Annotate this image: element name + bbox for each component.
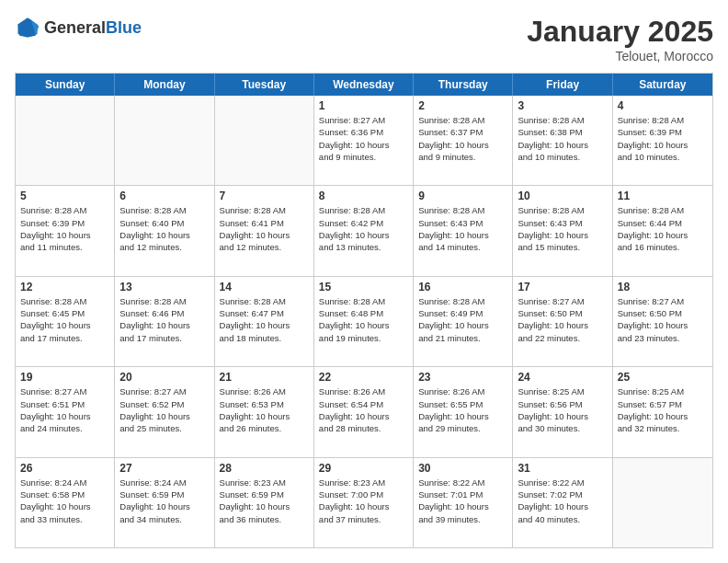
sunset: Sunset: 6:46 PM (119, 307, 209, 319)
daylight-minutes: and 10 minutes. (518, 151, 607, 163)
calendar-cell: 19Sunrise: 8:27 AMSunset: 6:51 PMDayligh… (16, 367, 115, 456)
sunset: Sunset: 6:36 PM (319, 126, 408, 138)
sunrise: Sunrise: 8:27 AM (20, 385, 109, 397)
sunrise: Sunrise: 8:28 AM (20, 295, 109, 307)
calendar-cell: 29Sunrise: 8:23 AMSunset: 7:00 PMDayligh… (314, 458, 414, 547)
daylight-minutes: and 32 minutes. (618, 422, 708, 434)
calendar-cell: 8Sunrise: 8:28 AMSunset: 6:42 PMDaylight… (314, 186, 414, 275)
calendar-cell: 7Sunrise: 8:28 AMSunset: 6:41 PMDaylight… (215, 186, 314, 275)
daylight-minutes: and 9 minutes. (319, 151, 408, 163)
daylight-hours: Daylight: 10 hours (119, 319, 209, 331)
day-number: 1 (319, 99, 408, 112)
daylight-hours: Daylight: 10 hours (220, 500, 309, 512)
calendar-cell: 1Sunrise: 8:27 AMSunset: 6:36 PMDaylight… (314, 96, 414, 185)
day-number: 28 (220, 462, 309, 475)
sunrise: Sunrise: 8:23 AM (220, 477, 309, 488)
day-number: 21 (220, 371, 309, 384)
sunset: Sunset: 6:43 PM (418, 217, 507, 229)
sunset: Sunset: 6:43 PM (518, 217, 607, 229)
sunrise: Sunrise: 8:28 AM (319, 295, 408, 307)
calendar-cell: 2Sunrise: 8:28 AMSunset: 6:37 PMDaylight… (414, 96, 513, 185)
logo: GeneralBlue (15, 15, 142, 40)
sunrise: Sunrise: 8:28 AM (119, 295, 209, 307)
daylight-minutes: and 33 minutes. (20, 513, 109, 525)
sunrise: Sunrise: 8:23 AM (319, 477, 408, 488)
sunset: Sunset: 6:52 PM (119, 398, 209, 410)
calendar-cell: 16Sunrise: 8:28 AMSunset: 6:49 PMDayligh… (414, 277, 513, 366)
sunset: Sunset: 6:39 PM (20, 217, 109, 229)
daylight-hours: Daylight: 10 hours (20, 319, 109, 331)
daylight-minutes: and 28 minutes. (319, 422, 408, 434)
calendar-cell (16, 96, 115, 185)
header-day-wednesday: Wednesday (314, 74, 414, 96)
day-number: 4 (618, 99, 708, 112)
day-number: 9 (418, 190, 507, 202)
daylight-hours: Daylight: 10 hours (119, 229, 209, 241)
sunset: Sunset: 6:38 PM (518, 126, 607, 138)
logo-icon (15, 15, 40, 40)
sunrise: Sunrise: 8:26 AM (220, 385, 309, 397)
daylight-hours: Daylight: 10 hours (20, 500, 109, 512)
sunset: Sunset: 7:01 PM (418, 488, 507, 500)
day-number: 23 (418, 371, 507, 384)
calendar-cell: 17Sunrise: 8:27 AMSunset: 6:50 PMDayligh… (513, 277, 612, 366)
calendar-cell: 21Sunrise: 8:26 AMSunset: 6:53 PMDayligh… (215, 367, 314, 456)
sunset: Sunset: 7:02 PM (518, 488, 607, 500)
sunset: Sunset: 6:47 PM (220, 307, 309, 319)
calendar-row-1: 5Sunrise: 8:28 AMSunset: 6:39 PMDaylight… (16, 186, 712, 276)
daylight-minutes: and 25 minutes. (119, 422, 209, 434)
logo-blue: Blue (106, 18, 142, 37)
daylight-minutes: and 9 minutes. (418, 151, 507, 163)
sunset: Sunset: 6:41 PM (220, 217, 309, 229)
daylight-minutes: and 36 minutes. (220, 513, 309, 525)
day-number: 24 (518, 371, 607, 384)
calendar-cell: 23Sunrise: 8:26 AMSunset: 6:55 PMDayligh… (414, 367, 513, 456)
sunset: Sunset: 6:55 PM (418, 398, 507, 410)
daylight-hours: Daylight: 10 hours (119, 410, 209, 422)
daylight-hours: Daylight: 10 hours (220, 229, 309, 241)
day-number: 13 (119, 281, 209, 293)
logo-text: GeneralBlue (44, 18, 142, 38)
calendar-cell (215, 96, 314, 185)
daylight-hours: Daylight: 10 hours (220, 410, 309, 422)
daylight-minutes: and 16 minutes. (618, 241, 708, 253)
sunrise: Sunrise: 8:24 AM (119, 477, 209, 488)
sunset: Sunset: 7:00 PM (319, 488, 408, 500)
calendar-cell: 11Sunrise: 8:28 AMSunset: 6:44 PMDayligh… (613, 186, 712, 275)
daylight-hours: Daylight: 10 hours (418, 319, 507, 331)
sunrise: Sunrise: 8:25 AM (518, 385, 607, 397)
sunrise: Sunrise: 8:28 AM (618, 114, 708, 126)
sunrise: Sunrise: 8:27 AM (119, 385, 209, 397)
day-number: 19 (20, 371, 109, 384)
daylight-hours: Daylight: 10 hours (119, 500, 209, 512)
calendar-cell: 5Sunrise: 8:28 AMSunset: 6:39 PMDaylight… (16, 186, 115, 275)
sunrise: Sunrise: 8:25 AM (618, 385, 708, 397)
daylight-minutes: and 15 minutes. (518, 241, 607, 253)
calendar-cell: 20Sunrise: 8:27 AMSunset: 6:52 PMDayligh… (115, 367, 214, 456)
daylight-hours: Daylight: 10 hours (618, 319, 708, 331)
daylight-hours: Daylight: 10 hours (518, 319, 607, 331)
daylight-minutes: and 17 minutes. (20, 332, 109, 344)
sunset: Sunset: 6:50 PM (618, 307, 708, 319)
sunset: Sunset: 6:53 PM (220, 398, 309, 410)
calendar-cell: 25Sunrise: 8:25 AMSunset: 6:57 PMDayligh… (613, 367, 712, 456)
month-title: January 2025 (527, 15, 713, 49)
daylight-minutes: and 12 minutes. (220, 241, 309, 253)
daylight-hours: Daylight: 10 hours (618, 410, 708, 422)
calendar-cell: 18Sunrise: 8:27 AMSunset: 6:50 PMDayligh… (613, 277, 712, 366)
sunset: Sunset: 6:50 PM (518, 307, 607, 319)
sunset: Sunset: 6:57 PM (618, 398, 708, 410)
day-number: 17 (518, 281, 607, 293)
day-number: 14 (220, 281, 309, 293)
calendar-row-2: 12Sunrise: 8:28 AMSunset: 6:45 PMDayligh… (16, 277, 712, 367)
day-number: 15 (319, 281, 408, 293)
day-number: 3 (518, 99, 607, 112)
title-block: January 2025 Telouet, Morocco (527, 15, 713, 63)
day-number: 20 (119, 371, 209, 384)
sunset: Sunset: 6:40 PM (119, 217, 209, 229)
daylight-minutes: and 30 minutes. (518, 422, 607, 434)
day-number: 5 (20, 190, 109, 202)
daylight-minutes: and 39 minutes. (418, 513, 507, 525)
daylight-hours: Daylight: 10 hours (20, 229, 109, 241)
daylight-minutes: and 34 minutes. (119, 513, 209, 525)
